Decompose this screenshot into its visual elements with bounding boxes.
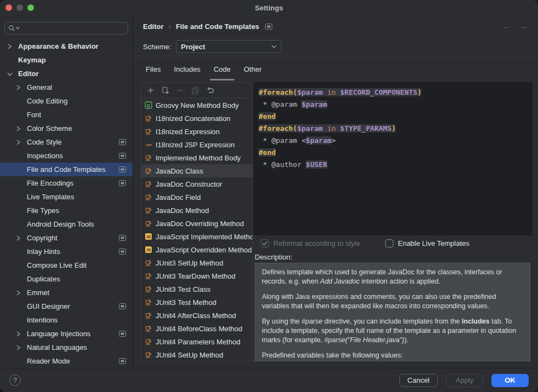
- tab-code[interactable]: Code: [207, 56, 237, 82]
- template-item-junit4-afterclass-method[interactable]: JUnit4 AfterClass Method: [141, 309, 253, 322]
- java-file-icon: [145, 259, 152, 267]
- sidebar-item-editor[interactable]: Editor: [0, 67, 133, 80]
- tree-indent: [15, 165, 27, 174]
- checkbox-label: Reformat according to style: [273, 239, 360, 247]
- sidebar-item-label: Compose Live Edit: [27, 261, 87, 269]
- sidebar-item-color-scheme[interactable]: Color Scheme: [0, 122, 133, 135]
- sidebar-item-label: Copyright: [27, 234, 58, 242]
- sidebar-item-label: Inlay Hints: [27, 247, 60, 256]
- sidebar-item-code-style[interactable]: Code Style: [0, 135, 133, 149]
- sidebar-item-reader-mode[interactable]: Reader Mode: [0, 354, 133, 368]
- sidebar-item-keymap[interactable]: Keymap: [0, 53, 133, 67]
- history-navigation: ← →: [502, 21, 528, 31]
- template-item-javadoc-constructor[interactable]: JavaDoc Constructor: [141, 177, 253, 191]
- svg-text:G: G: [146, 103, 150, 108]
- chevron-right-icon[interactable]: [15, 124, 27, 133]
- chevron-right-icon[interactable]: [15, 289, 27, 297]
- template-item-label: JUnit3 TearDown Method: [156, 272, 236, 280]
- sidebar-item-natural-languages[interactable]: Natural Languages: [0, 341, 133, 354]
- template-item-junit4-parameters-method[interactable]: JUnit4 Parameters Method: [141, 335, 253, 348]
- sidebar-item-label: Natural Languages: [27, 343, 87, 351]
- description-panel[interactable]: Defines template which used to generate …: [255, 263, 530, 361]
- template-item-i18nized-concatenation[interactable]: I18nized Concatenation: [141, 112, 253, 125]
- sidebar-item-inlay-hints[interactable]: Inlay Hints: [0, 245, 133, 258]
- sidebar-item-gui-designer[interactable]: GUI Designer: [0, 299, 133, 313]
- template-item-javadoc-class[interactable]: JavaDoc Class: [141, 164, 253, 177]
- template-item-junit3-teardown-method[interactable]: JUnit3 TearDown Method: [141, 269, 253, 283]
- template-item-label: Implemented Method Body: [156, 154, 241, 162]
- help-button[interactable]: ?: [9, 374, 21, 386]
- sidebar-item-label: Intentions: [27, 316, 58, 324]
- tree-indent: [15, 193, 27, 201]
- template-item-junit4-setup-method[interactable]: JUnit4 SetUp Method: [141, 348, 253, 361]
- scheme-row: Scheme: Project: [133, 37, 538, 56]
- sidebar-item-label: Emmet: [27, 289, 49, 297]
- template-item-implemented-method-body[interactable]: Implemented Method Body: [141, 151, 253, 164]
- chevron-right-icon[interactable]: [15, 343, 27, 352]
- template-item-javadoc-method[interactable]: JavaDoc Method: [141, 204, 253, 217]
- template-item-i18nized-jsp-expression[interactable]: JSPI18nized JSP Expression: [141, 138, 253, 151]
- template-list-panel: GGroovy New Method BodyI18nized Concaten…: [141, 82, 253, 361]
- close-window-button[interactable]: [5, 4, 12, 11]
- back-icon[interactable]: ←: [502, 21, 511, 31]
- breadcrumb-editor[interactable]: Editor: [143, 22, 164, 31]
- cancel-button[interactable]: Cancel: [399, 374, 438, 387]
- breadcrumb: Editor › File and Code Templates ← →: [133, 15, 538, 37]
- sidebar-item-language-injections[interactable]: Language Injections: [0, 327, 133, 341]
- tab-files[interactable]: Files: [139, 56, 167, 82]
- template-item-javascript-implemented-method[interactable]: JSJavaScript Implemented Method: [141, 230, 253, 243]
- chevron-right-icon[interactable]: [7, 42, 18, 51]
- breadcrumb-separator-icon: ›: [169, 22, 171, 31]
- chevron-right-icon[interactable]: [15, 234, 27, 243]
- sidebar-item-live-templates[interactable]: Live Templates: [0, 190, 133, 204]
- sidebar-item-file-encodings[interactable]: File Encodings: [0, 176, 133, 190]
- checkbox-enable-live-templates[interactable]: Enable Live Templates: [385, 239, 470, 247]
- sidebar-item-file-and-code-templates[interactable]: File and Code Templates: [0, 163, 133, 176]
- template-item-javadoc-field[interactable]: JavaDoc Field: [141, 191, 253, 204]
- template-item-i18nized-expression[interactable]: I18nized Expression: [141, 125, 253, 138]
- ok-button[interactable]: OK: [491, 374, 529, 387]
- settings-search-box[interactable]: [4, 22, 128, 34]
- sidebar-item-code-editing[interactable]: Code Editing: [0, 94, 133, 108]
- search-input[interactable]: [20, 24, 124, 33]
- sidebar-item-compose-live-edit[interactable]: Compose Live Edit: [0, 258, 133, 272]
- sidebar-item-file-types[interactable]: File Types: [0, 204, 133, 217]
- template-item-javadoc-overriding-method[interactable]: JavaDoc Overriding Method: [141, 217, 253, 230]
- zoom-window-button[interactable]: [27, 4, 34, 11]
- overridden-for-project-icon: [119, 235, 126, 241]
- template-item-junit4-beforeclass-method[interactable]: JUnit4 BeforeClass Method: [141, 322, 253, 335]
- sidebar-item-inspections[interactable]: Inspections: [0, 149, 133, 163]
- sidebar-item-font[interactable]: Font: [0, 108, 133, 122]
- chevron-right-icon[interactable]: [15, 138, 27, 147]
- template-item-javascript-overridden-method[interactable]: JSJavaScript Overridden Method: [141, 243, 253, 256]
- sidebar-item-copyright[interactable]: Copyright: [0, 231, 133, 245]
- reset-to-default-button[interactable]: [205, 86, 214, 95]
- chevron-right-icon[interactable]: [15, 330, 27, 338]
- scheme-select[interactable]: Project: [176, 40, 282, 53]
- sidebar-item-emmet[interactable]: Emmet: [0, 286, 133, 299]
- sidebar-item-android-design-tools[interactable]: Android Design Tools: [0, 217, 133, 231]
- sidebar-item-appearance-behavior[interactable]: Appearance & Behavior: [0, 39, 133, 53]
- template-item-label: JavaScript Implemented Method: [156, 233, 253, 241]
- java-file-icon: [145, 298, 152, 306]
- template-item-junit3-test-method[interactable]: JUnit3 Test Method: [141, 296, 253, 309]
- sidebar-item-label: Appearance & Behavior: [18, 42, 99, 50]
- search-history-caret-icon[interactable]: [16, 27, 20, 30]
- java-file-icon: [145, 351, 152, 359]
- sidebar-item-general[interactable]: General: [0, 80, 133, 94]
- template-code-editor[interactable]: #foreach($param in $RECORD_COMPONENTS) *…: [253, 82, 533, 235]
- tab-includes[interactable]: Includes: [167, 56, 207, 82]
- unchecked-checkbox-icon[interactable]: [385, 239, 393, 247]
- chevron-down-icon[interactable]: [7, 70, 18, 78]
- chevron-right-icon[interactable]: [15, 83, 27, 92]
- sidebar-item-intentions[interactable]: Intentions: [0, 313, 133, 327]
- template-item-groovy-new-method-body[interactable]: GGroovy New Method Body: [141, 99, 253, 112]
- sidebar-item-duplicates[interactable]: Duplicates: [0, 272, 133, 286]
- overridden-for-project-icon: [119, 358, 126, 364]
- tab-other[interactable]: Other: [237, 56, 268, 82]
- forward-icon[interactable]: →: [519, 21, 528, 31]
- template-item-junit3-setup-method[interactable]: JUnit3 SetUp Method: [141, 256, 253, 269]
- template-item-junit3-test-class[interactable]: JUnit3 Test Class: [141, 283, 253, 296]
- add-template-button[interactable]: [146, 86, 155, 95]
- create-child-template-button[interactable]: [161, 86, 170, 95]
